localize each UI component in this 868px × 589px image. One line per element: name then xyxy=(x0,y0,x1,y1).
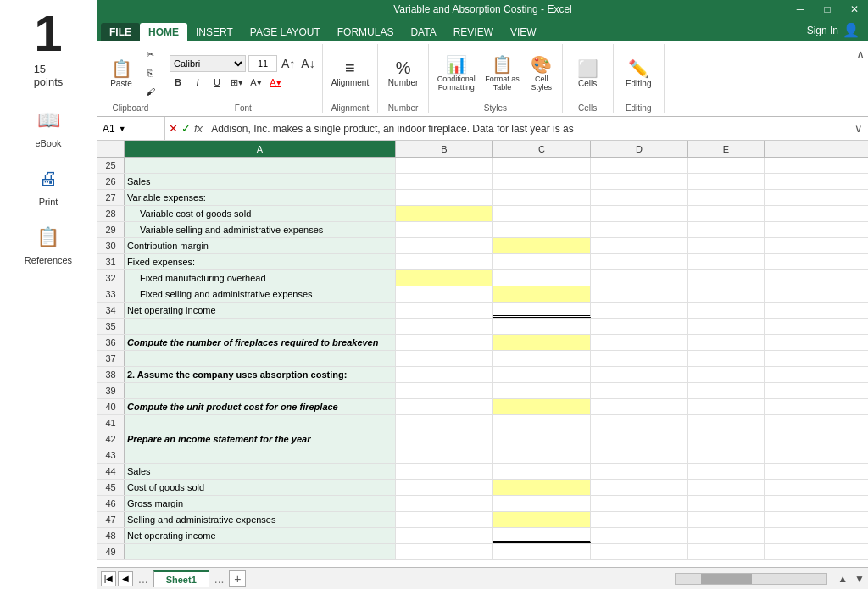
cell[interactable] xyxy=(125,447,396,463)
row-number[interactable]: 46 xyxy=(97,496,125,511)
cell[interactable] xyxy=(396,528,493,543)
formula-fx-icon[interactable]: fx xyxy=(194,122,203,135)
cell[interactable]: Variable selling and administrative expe… xyxy=(125,222,396,237)
cell[interactable] xyxy=(125,319,396,334)
row-number[interactable]: 27 xyxy=(97,190,125,205)
sign-in-button[interactable]: Sign In 👤 xyxy=(798,19,868,41)
cell[interactable]: Prepare an income statement for the year xyxy=(125,431,396,447)
cell[interactable] xyxy=(688,254,765,269)
cell[interactable] xyxy=(493,544,591,559)
formula-cancel-icon[interactable]: ✕ xyxy=(169,122,178,135)
cell[interactable] xyxy=(493,222,591,237)
col-header-d[interactable]: D xyxy=(591,141,688,157)
cell[interactable]: Variable expenses: xyxy=(125,190,396,205)
add-sheet-button[interactable]: + xyxy=(229,570,246,587)
conditional-formatting-button[interactable]: 📊 Conditional Formatting xyxy=(434,53,478,93)
sidebar-item-print[interactable]: 🖨 Print xyxy=(33,164,64,207)
italic-button[interactable]: I xyxy=(189,74,206,91)
col-header-c[interactable]: C xyxy=(493,141,591,157)
cell[interactable] xyxy=(396,158,493,173)
cell[interactable] xyxy=(396,319,493,334)
cell[interactable]: Net operating income xyxy=(125,528,396,543)
cell[interactable] xyxy=(688,512,765,527)
cell[interactable] xyxy=(493,512,591,527)
formula-input[interactable]: Addison, Inc. makes a single product, an… xyxy=(206,123,854,135)
cell[interactable] xyxy=(125,158,396,173)
cell[interactable] xyxy=(396,286,493,302)
cell[interactable] xyxy=(493,270,591,286)
cell[interactable] xyxy=(688,383,765,398)
cell[interactable] xyxy=(493,383,591,398)
row-number[interactable]: 37 xyxy=(97,351,125,366)
cell[interactable] xyxy=(493,319,591,334)
format-painter-button[interactable]: 🖌 xyxy=(142,83,159,100)
cell[interactable]: Compute the unit product cost for one fi… xyxy=(125,399,396,414)
cell[interactable] xyxy=(493,528,591,543)
cell[interactable] xyxy=(396,303,493,318)
vertical-scroll-up[interactable]: ▼ xyxy=(851,573,868,585)
cell[interactable] xyxy=(591,367,688,382)
cell[interactable] xyxy=(396,206,493,221)
row-number[interactable]: 36 xyxy=(97,335,125,350)
cell[interactable] xyxy=(396,431,493,447)
format-as-table-button[interactable]: 📋 Format as Table xyxy=(481,53,523,93)
cell[interactable] xyxy=(688,431,765,447)
cell[interactable]: Net operating income xyxy=(125,303,396,318)
cells-button[interactable]: ⬜ Cells xyxy=(572,57,603,90)
cell[interactable] xyxy=(591,528,688,543)
cell[interactable] xyxy=(493,206,591,221)
cell[interactable] xyxy=(493,303,591,318)
row-number[interactable]: 32 xyxy=(97,270,125,286)
col-header-e[interactable]: E xyxy=(688,141,765,157)
cell[interactable] xyxy=(591,431,688,447)
cell[interactable] xyxy=(396,254,493,269)
minimize-button[interactable]: ─ xyxy=(787,0,814,19)
cell[interactable] xyxy=(396,190,493,205)
paste-button[interactable]: 📋 Paste xyxy=(103,57,140,90)
cell[interactable]: Fixed expenses: xyxy=(125,254,396,269)
cell[interactable] xyxy=(493,190,591,205)
fill-color-button[interactable]: A▾ xyxy=(248,74,264,91)
row-number[interactable]: 34 xyxy=(97,303,125,318)
cell-styles-button[interactable]: 🎨 Cell Styles xyxy=(526,53,557,93)
cell[interactable] xyxy=(396,335,493,350)
cell[interactable]: Cost of goods sold xyxy=(125,480,396,495)
cell[interactable] xyxy=(688,351,765,366)
cell[interactable] xyxy=(688,238,765,253)
row-number[interactable]: 42 xyxy=(97,431,125,447)
cell[interactable] xyxy=(591,399,688,414)
cell[interactable] xyxy=(396,496,493,511)
cell[interactable] xyxy=(688,303,765,318)
cell[interactable] xyxy=(591,335,688,350)
cell[interactable] xyxy=(591,206,688,221)
cell[interactable] xyxy=(688,399,765,414)
font-name-select[interactable]: Calibri xyxy=(170,55,246,72)
formula-confirm-icon[interactable]: ✓ xyxy=(181,122,191,135)
row-number[interactable]: 49 xyxy=(97,544,125,559)
cell[interactable] xyxy=(688,158,765,173)
cell[interactable] xyxy=(591,303,688,318)
cell[interactable] xyxy=(591,174,688,189)
tab-dots-left[interactable]: ... xyxy=(135,572,152,586)
cell[interactable] xyxy=(591,480,688,495)
editing-button[interactable]: ✏️ Editing xyxy=(622,57,655,90)
cell[interactable] xyxy=(396,238,493,253)
tab-formulas[interactable]: FORMULAS xyxy=(329,23,403,41)
cell[interactable] xyxy=(688,174,765,189)
row-number[interactable]: 39 xyxy=(97,383,125,398)
cell[interactable] xyxy=(493,415,591,431)
font-color-button[interactable]: A▾ xyxy=(267,74,284,91)
font-shrink-button[interactable]: A↓ xyxy=(299,55,316,72)
tab-review[interactable]: REVIEW xyxy=(445,23,502,41)
tab-data[interactable]: DATA xyxy=(402,23,444,41)
cell[interactable] xyxy=(493,335,591,350)
ribbon-collapse-button[interactable]: ∧ xyxy=(853,44,868,113)
cell[interactable] xyxy=(591,254,688,269)
row-number[interactable]: 30 xyxy=(97,238,125,253)
cell[interactable] xyxy=(396,174,493,189)
row-number[interactable]: 45 xyxy=(97,480,125,495)
horizontal-scrollbar[interactable] xyxy=(675,573,827,585)
cell[interactable] xyxy=(493,238,591,253)
col-header-b[interactable]: B xyxy=(396,141,493,157)
row-number[interactable]: 43 xyxy=(97,447,125,463)
